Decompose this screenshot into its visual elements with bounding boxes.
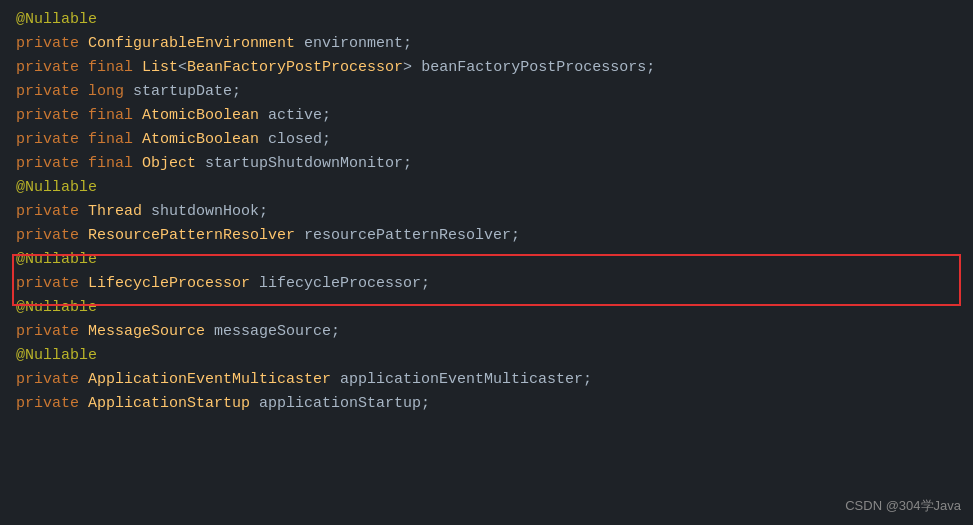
code-token: private xyxy=(16,104,88,128)
code-token: final xyxy=(88,104,142,128)
code-line: private final Object startupShutdownMoni… xyxy=(16,152,957,176)
code-token: > xyxy=(403,56,421,80)
code-token: ConfigurableEnvironment xyxy=(88,32,304,56)
code-token: closed xyxy=(268,128,322,152)
code-token: ; xyxy=(421,392,430,416)
code-token: @Nullable xyxy=(16,296,97,320)
code-token: startupDate xyxy=(133,80,232,104)
code-token: startupShutdownMonitor xyxy=(205,152,403,176)
code-token: AtomicBoolean xyxy=(142,104,268,128)
code-token: private xyxy=(16,200,88,224)
watermark: CSDN @304学Java xyxy=(845,496,961,517)
code-token: @Nullable xyxy=(16,344,97,368)
code-token: @Nullable xyxy=(16,176,97,200)
code-token: ApplicationEventMulticaster xyxy=(88,368,340,392)
code-token: ; xyxy=(583,368,592,392)
code-token: private xyxy=(16,128,88,152)
code-line: @Nullable xyxy=(16,344,957,368)
code-token: resourcePatternResolver xyxy=(304,224,511,248)
code-token: private xyxy=(16,320,88,344)
code-line: private ApplicationEventMulticaster appl… xyxy=(16,368,957,392)
code-token: ; xyxy=(403,32,412,56)
code-line: @Nullable xyxy=(16,8,957,32)
code-token: LifecycleProcessor xyxy=(88,272,259,296)
code-token: long xyxy=(88,80,133,104)
code-token: private xyxy=(16,56,88,80)
code-token: private xyxy=(16,272,88,296)
code-line: private ResourcePatternResolver resource… xyxy=(16,224,957,248)
code-token: environment xyxy=(304,32,403,56)
code-token: List xyxy=(142,56,178,80)
code-token: ResourcePatternResolver xyxy=(88,224,304,248)
code-token: @Nullable xyxy=(16,248,97,272)
code-token: ; xyxy=(322,104,331,128)
code-token: beanFactoryPostProcessors xyxy=(421,56,646,80)
code-token: private xyxy=(16,152,88,176)
code-lines: @Nullableprivate ConfigurableEnvironment… xyxy=(16,8,957,416)
code-token: ; xyxy=(259,200,268,224)
code-token: ; xyxy=(403,152,412,176)
code-token: active xyxy=(268,104,322,128)
code-token: final xyxy=(88,152,142,176)
code-token: MessageSource xyxy=(88,320,214,344)
code-token: messageSource xyxy=(214,320,331,344)
code-token: @Nullable xyxy=(16,8,97,32)
code-line: @Nullable xyxy=(16,248,957,272)
code-line: @Nullable xyxy=(16,296,957,320)
code-line: private LifecycleProcessor lifecycleProc… xyxy=(16,272,957,296)
code-token: applicationEventMulticaster xyxy=(340,368,583,392)
code-line: private final List<BeanFactoryPostProces… xyxy=(16,56,957,80)
code-token: lifecycleProcessor xyxy=(259,272,421,296)
code-token: AtomicBoolean xyxy=(142,128,268,152)
code-token: private xyxy=(16,32,88,56)
code-token: BeanFactoryPostProcessor xyxy=(187,56,403,80)
code-token: private xyxy=(16,80,88,104)
code-token: private xyxy=(16,368,88,392)
code-token: private xyxy=(16,224,88,248)
code-token: Thread xyxy=(88,200,151,224)
code-token: Object xyxy=(142,152,205,176)
code-token: ; xyxy=(421,272,430,296)
code-token: < xyxy=(178,56,187,80)
code-container: @Nullableprivate ConfigurableEnvironment… xyxy=(0,0,973,424)
code-token: ; xyxy=(511,224,520,248)
code-token: private xyxy=(16,392,88,416)
code-line: private final AtomicBoolean active; xyxy=(16,104,957,128)
code-line: private ConfigurableEnvironment environm… xyxy=(16,32,957,56)
code-line: private final AtomicBoolean closed; xyxy=(16,128,957,152)
code-line: private MessageSource messageSource; xyxy=(16,320,957,344)
code-token: ApplicationStartup xyxy=(88,392,259,416)
code-token: shutdownHook xyxy=(151,200,259,224)
code-token: final xyxy=(88,56,142,80)
code-line: @Nullable xyxy=(16,176,957,200)
code-token: applicationStartup xyxy=(259,392,421,416)
code-token: ; xyxy=(232,80,241,104)
code-token: ; xyxy=(331,320,340,344)
code-token: final xyxy=(88,128,142,152)
code-token: ; xyxy=(322,128,331,152)
code-line: private ApplicationStartup applicationSt… xyxy=(16,392,957,416)
code-line: private Thread shutdownHook; xyxy=(16,200,957,224)
code-line: private long startupDate; xyxy=(16,80,957,104)
code-token: ; xyxy=(646,56,655,80)
